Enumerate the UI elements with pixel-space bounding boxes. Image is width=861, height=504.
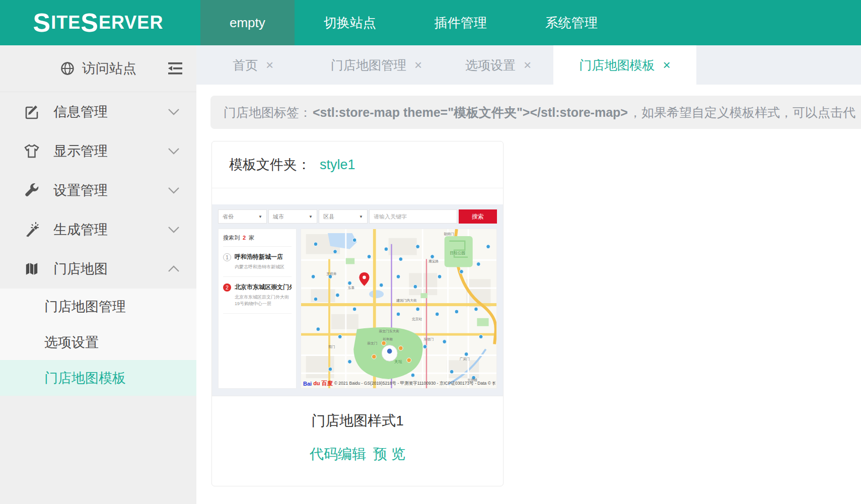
tshirt-icon <box>23 142 40 160</box>
svg-text:北京站: 北京站 <box>412 317 422 321</box>
store-result-item[interactable]: 2 北京市东城区崇文门外大街 北京市东城区崇文门外大街19号购物中心一层 <box>223 277 292 314</box>
top-bar: SITESERVER empty 切换站点 插件管理 系统管理 <box>0 0 861 45</box>
sidebar-item-settings-admin[interactable]: 设置管理 <box>0 171 196 210</box>
svg-text:崇文门东大街: 崇文门东大街 <box>379 329 399 333</box>
map-graphic: 日坛公园 建国门内大街 崇文门东大街 东单 王府井 崇文门 前门 北京站 天坛 <box>301 229 496 388</box>
search-button[interactable]: 搜索 <box>459 209 497 224</box>
store-map-submenu: 门店地图管理 选项设置 门店地图模板 <box>0 289 196 396</box>
tab-close-icon[interactable]: × <box>663 57 670 73</box>
svg-text:广渠门: 广渠门 <box>460 357 470 361</box>
top-nav: empty 切换站点 插件管理 系统管理 <box>200 0 627 45</box>
store-search-row: 省份 ▼ 城市 ▼ 区县 ▼ 搜索 <box>218 209 497 224</box>
svg-text:日坛公园: 日坛公园 <box>450 251 465 255</box>
tab-bar: 首页 × 门店地图管理 × 选项设置 × 门店地图模板 × <box>196 45 861 85</box>
sidebar-item-label: 显示管理 <box>53 142 108 160</box>
svg-text:东便门: 东便门 <box>423 337 434 341</box>
info-suffix: ，如果希望自定义模板样式，可以点击代 <box>629 104 855 121</box>
template-card-footer: 门店地图样式1 代码编辑 预 览 <box>212 396 503 486</box>
topnav-item-empty[interactable]: empty <box>200 0 295 45</box>
template-preview-image[interactable]: 省份 ▼ 城市 ▼ 区县 ▼ 搜索 <box>212 188 503 396</box>
app-window: SITESERVER empty 切换站点 插件管理 系统管理 访问站点 <box>0 0 861 504</box>
svg-text:雅宝路: 雅宝路 <box>428 259 439 263</box>
visit-site-button[interactable]: 访问站点 <box>0 45 196 92</box>
template-card-header: 模板文件夹： style1 <box>212 141 503 188</box>
chevron-up-icon <box>167 265 180 273</box>
topnav-item-switch-site[interactable]: 切换站点 <box>295 0 405 45</box>
preview-link[interactable]: 预 览 <box>373 445 405 464</box>
sidebar-item-label: 设置管理 <box>53 181 108 199</box>
district-select[interactable]: 区县 ▼ <box>319 209 368 224</box>
sidebar-item-store-map[interactable]: 门店地图 <box>0 249 196 289</box>
info-prefix: 门店地图标签： <box>224 104 312 121</box>
chevron-down-icon <box>167 147 180 155</box>
result-number-badge: 1 <box>223 253 231 261</box>
preview-page-top <box>212 188 503 204</box>
chevron-down-icon <box>167 108 180 116</box>
submenu-item-store-map-admin[interactable]: 门店地图管理 <box>0 289 196 324</box>
store-name: 北京市东城区崇文门外大街 <box>235 283 292 292</box>
sidebar-item-label: 信息管理 <box>53 103 108 121</box>
svg-text:王府井: 王府井 <box>326 272 336 275</box>
topnav-item-system-admin[interactable]: 系统管理 <box>516 0 627 45</box>
logo-text: S <box>33 8 51 38</box>
code-edit-link[interactable]: 代码编辑 <box>310 445 366 464</box>
svg-text:建国门内大街: 建国门内大街 <box>396 299 417 303</box>
topnav-item-plugin-admin[interactable]: 插件管理 <box>405 0 516 45</box>
tab-close-icon[interactable]: × <box>266 57 273 73</box>
globe-icon <box>60 61 75 76</box>
collapse-sidebar-icon[interactable] <box>167 62 183 75</box>
svg-text:祈年殿: 祈年殿 <box>383 337 393 341</box>
siteserver-logo: SITESERVER <box>0 0 196 45</box>
tab-home[interactable]: 首页 × <box>196 45 310 85</box>
template-title: 门店地图样式1 <box>212 411 503 430</box>
sidebar-item-info-admin[interactable]: 信息管理 <box>0 92 196 131</box>
store-result-item[interactable]: 1 呼和浩特新城一店 内蒙古呼和浩特市新城区 <box>223 247 292 277</box>
map-icon <box>23 260 40 277</box>
main-area: 首页 × 门店地图管理 × 选项设置 × 门店地图模板 × 门店地图标签： <s… <box>196 45 861 504</box>
sidebar-menu: 信息管理 显示管理 设置管理 <box>0 92 196 289</box>
preview-page-body: 省份 ▼ 城市 ▼ 区县 ▼ 搜索 <box>212 204 503 396</box>
select-arrow-icon: ▼ <box>359 214 363 219</box>
folder-link-style1[interactable]: style1 <box>320 157 355 173</box>
sidebar-item-generate-admin[interactable]: 生成管理 <box>0 210 196 249</box>
svg-text:朝阳门: 朝阳门 <box>444 232 454 236</box>
store-results-panel: 搜索到 2 家 1 呼和浩特新城一店 内蒙古呼和浩特市新城区 <box>218 229 297 389</box>
sidebar: 访问站点 信息管理 <box>0 45 196 504</box>
preview-panels: 搜索到 2 家 1 呼和浩特新城一店 内蒙古呼和浩特市新城区 <box>218 229 497 389</box>
tab-option-settings[interactable]: 选项设置 × <box>443 45 553 85</box>
map-copyright-text: © 2021 Baidu - GS(2019)5218号 - 甲测资字11100… <box>334 381 495 387</box>
sidebar-item-label: 门店地图 <box>53 260 108 278</box>
keyword-input[interactable] <box>369 209 457 224</box>
svg-text:崇文门: 崇文门 <box>367 341 377 345</box>
submenu-item-option-settings[interactable]: 选项设置 <box>0 324 196 360</box>
store-address: 内蒙古呼和浩特市新城区 <box>235 264 292 270</box>
result-number-badge: 2 <box>223 283 231 292</box>
tab-close-icon[interactable]: × <box>524 57 531 73</box>
select-arrow-icon: ▼ <box>258 214 262 219</box>
tab-store-map-admin[interactable]: 门店地图管理 × <box>310 45 443 85</box>
svg-text:东单: 东单 <box>348 286 355 290</box>
folder-label: 模板文件夹： <box>229 156 311 174</box>
svg-text:天坛: 天坛 <box>394 359 402 364</box>
stl-tag-info-banner: 门店地图标签： <stl:store-map theme="模板文件夹"></s… <box>210 96 861 129</box>
template-card: 模板文件夹： style1 省份 ▼ 城市 ▼ <box>211 141 504 486</box>
submenu-item-store-map-template[interactable]: 门店地图模板 <box>0 360 196 396</box>
chevron-down-icon <box>167 186 180 194</box>
store-name: 呼和浩特新城一店 <box>235 253 292 261</box>
svg-text:前门: 前门 <box>328 345 335 348</box>
result-count: 搜索到 2 家 <box>223 234 292 247</box>
baidu-map-canvas[interactable]: 日坛公园 建国门内大街 崇文门东大街 东单 王府井 崇文门 前门 北京站 天坛 <box>301 229 497 389</box>
city-select[interactable]: 城市 ▼ <box>268 209 317 224</box>
magic-wand-icon <box>23 221 40 238</box>
wrench-icon <box>23 182 40 199</box>
province-select[interactable]: 省份 ▼ <box>218 209 267 224</box>
select-arrow-icon: ▼ <box>309 214 313 219</box>
tab-store-map-template[interactable]: 门店地图模板 × <box>553 45 696 85</box>
stl-tag-code: <stl:store-map theme="模板文件夹"></stl:store… <box>313 104 628 121</box>
visit-site-label: 访问站点 <box>82 59 136 78</box>
store-address: 北京市东城区崇文门外大街19号购物中心一层 <box>235 294 292 307</box>
tab-close-icon[interactable]: × <box>414 57 422 73</box>
sidebar-item-display-admin[interactable]: 显示管理 <box>0 131 196 171</box>
sidebar-item-label: 生成管理 <box>53 221 108 239</box>
baidu-logo: Bai <box>303 381 312 387</box>
